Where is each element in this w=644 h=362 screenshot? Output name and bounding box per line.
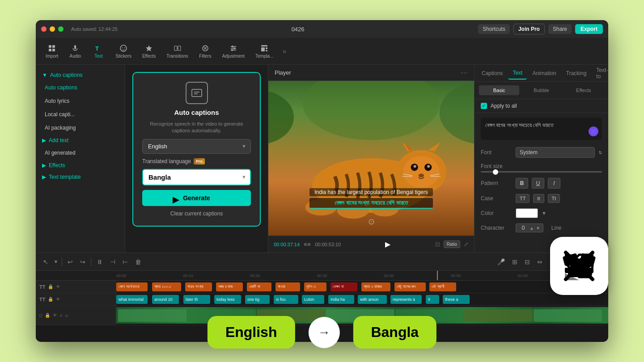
eng-clip-8[interactable]: India ha bbox=[328, 295, 354, 304]
panel-item-auto-captions[interactable]: Auto captions bbox=[38, 81, 122, 94]
zoom-out-icon[interactable]: ⊟ bbox=[523, 257, 532, 267]
trim-end-tool[interactable]: ⊢ bbox=[121, 257, 130, 267]
toolbar-filters[interactable]: Filters bbox=[195, 42, 216, 61]
eng-clip-5[interactable]: one tig bbox=[245, 295, 270, 304]
panel-item-local-capt[interactable]: Local capti... bbox=[38, 108, 122, 121]
case-title-button[interactable]: Tt bbox=[548, 194, 560, 203]
style-tab-basic[interactable]: Basic bbox=[479, 85, 519, 95]
toolbar-more-icon[interactable]: » bbox=[280, 47, 289, 55]
clip-1[interactable]: কোন অর্থে ছাড়ে bbox=[116, 282, 148, 291]
export-button[interactable]: Export bbox=[575, 24, 603, 34]
target-language-select[interactable]: Bangla Hindi Spanish bbox=[142, 169, 251, 185]
visibility-icon[interactable]: 👁 bbox=[56, 284, 60, 289]
zoom-in-icon[interactable]: ⊞ bbox=[510, 257, 519, 267]
eng-clip-1[interactable]: what immortal bbox=[116, 295, 148, 304]
toolbar-stickers[interactable]: Stickers bbox=[111, 42, 136, 61]
apply-all-checkbox[interactable]: ✓ bbox=[481, 103, 487, 109]
redo-button[interactable]: ↪ bbox=[78, 257, 87, 267]
join-pro-button[interactable]: Join Pro bbox=[513, 24, 545, 34]
panel-item-ai-generated[interactable]: AI generated bbox=[38, 147, 122, 159]
tab-text[interactable]: Text bbox=[508, 67, 527, 80]
trim-start-tool[interactable]: ⊣ bbox=[108, 257, 117, 267]
clear-captions-button[interactable]: Clear current captions bbox=[170, 210, 223, 217]
eng-clip-2[interactable]: around 10 bbox=[152, 295, 179, 304]
font-size-slider[interactable] bbox=[481, 171, 602, 173]
tab-captions[interactable]: Captions bbox=[477, 67, 507, 79]
center-control-icon[interactable]: ⊙ bbox=[368, 217, 375, 227]
eng-clip-10[interactable]: represents a bbox=[390, 295, 422, 304]
close-button[interactable] bbox=[41, 26, 47, 32]
underline-button[interactable]: U bbox=[532, 178, 544, 189]
font-select[interactable]: System Arial Helvetica bbox=[516, 147, 595, 158]
share-button[interactable]: Share bbox=[548, 24, 572, 34]
audio-icon[interactable]: ♪ bbox=[60, 313, 62, 318]
shortcuts-button[interactable]: Shortcuts bbox=[478, 24, 510, 34]
color-swatch[interactable] bbox=[516, 208, 538, 218]
toolbar-text[interactable]: T Text bbox=[88, 42, 109, 61]
clip-3[interactable]: পরের সংখ্যা bbox=[185, 282, 212, 291]
mic-icon[interactable]: 🎤 bbox=[496, 257, 507, 267]
clip-10[interactable]: মেটু বাঘের জন bbox=[394, 282, 426, 291]
lock-video-icon[interactable]: 🔒 bbox=[45, 313, 50, 318]
toolbar-templates[interactable]: Templa... bbox=[251, 42, 278, 61]
case-lower-button[interactable]: tt bbox=[533, 194, 544, 203]
clip-2[interactable]: প্রায় ১০০.০ bbox=[152, 282, 181, 291]
fullscreen-icon[interactable]: ⤢ bbox=[464, 241, 469, 248]
ratio-button[interactable]: Ratio bbox=[444, 240, 460, 248]
eng-clip-4[interactable]: today less bbox=[214, 295, 241, 304]
italic-button[interactable]: I bbox=[548, 178, 560, 189]
clip-8[interactable]: বেঙ্গল বা bbox=[330, 282, 357, 291]
toolbar-effects[interactable]: Effects bbox=[138, 42, 160, 61]
language-select[interactable]: English Chinese Spanish bbox=[142, 139, 251, 154]
toolbar-audio[interactable]: Audio bbox=[64, 42, 86, 61]
tab-tracking[interactable]: Tracking bbox=[562, 67, 591, 79]
split-tool[interactable]: ⏸ bbox=[95, 257, 105, 267]
clip-11[interactable]: এই প্রাণী bbox=[429, 282, 456, 291]
fit-view-icon[interactable]: ⇔ bbox=[535, 257, 544, 267]
clip-7[interactable]: লুটন ৩ bbox=[304, 282, 326, 291]
generate-button[interactable]: ▶ Generate bbox=[142, 190, 251, 206]
char-down-icon[interactable]: ▼ bbox=[536, 226, 540, 231]
panel-item-ai-packaging[interactable]: AI packaging bbox=[38, 122, 122, 134]
section-add-text[interactable]: ▶ Add text bbox=[36, 135, 125, 146]
style-tab-bubble[interactable]: Bubble bbox=[521, 85, 561, 95]
play-button[interactable]: ▶ bbox=[345, 240, 430, 248]
eng-clip-3[interactable]: later th bbox=[183, 295, 210, 304]
visibility-video-icon[interactable]: 👁 bbox=[53, 313, 57, 318]
minimize-button[interactable] bbox=[50, 26, 55, 32]
playhead[interactable] bbox=[437, 271, 438, 280]
clip-5[interactable]: একটি বা bbox=[247, 282, 271, 291]
tab-text-to[interactable]: Text-to bbox=[592, 65, 608, 82]
toolbar-transitions[interactable]: Transitions bbox=[162, 42, 193, 61]
section-auto-captions[interactable]: ▼ Auto captions bbox=[36, 69, 125, 81]
lock-icon[interactable]: 🔒 bbox=[48, 284, 53, 289]
toolbar-import[interactable]: Import bbox=[41, 42, 63, 61]
panel-item-auto-lyrics[interactable]: Auto lyrics bbox=[38, 95, 122, 107]
eng-clip-6[interactable]: is fou bbox=[274, 295, 298, 304]
clip-9[interactable]: প্রায় ৩ হাজার bbox=[361, 282, 390, 291]
eng-clip-12[interactable]: these a bbox=[443, 295, 470, 304]
clip-4[interactable]: আজ ৪ হাজ bbox=[216, 282, 243, 291]
color-arrow-icon[interactable]: ▼ bbox=[542, 210, 547, 216]
cursor-tool[interactable]: ↖ bbox=[41, 257, 50, 267]
section-text-template[interactable]: ▶ Text template bbox=[36, 171, 125, 183]
ai-enhance-icon[interactable] bbox=[589, 126, 598, 136]
tab-animation[interactable]: Animation bbox=[528, 67, 560, 79]
maximize-button[interactable] bbox=[58, 26, 64, 32]
delete-tool[interactable]: 🗑 bbox=[133, 257, 143, 267]
char-up-icon[interactable]: ▲ bbox=[530, 226, 534, 231]
toolbar-adjustment[interactable]: Adjustment bbox=[218, 42, 249, 61]
case-upper-button[interactable]: TT bbox=[516, 194, 530, 203]
lock-icon-eng[interactable]: 🔒 bbox=[48, 297, 53, 302]
eng-clip-7[interactable]: Luton bbox=[302, 295, 324, 304]
undo-button[interactable]: ↩ bbox=[66, 257, 75, 267]
eng-clip-9[interactable]: with aroun bbox=[358, 295, 387, 304]
cursor-dropdown[interactable]: ▼ bbox=[54, 259, 58, 264]
bold-button[interactable]: B bbox=[516, 178, 528, 189]
screenshot-icon[interactable]: ⊡ bbox=[435, 241, 440, 248]
eng-clip-11[interactable]: II bbox=[426, 295, 439, 304]
visibility-icon-eng[interactable]: 👁 bbox=[56, 297, 60, 302]
section-effects[interactable]: ▶ Effects bbox=[36, 160, 125, 171]
player-menu-icon[interactable]: ⋯ bbox=[461, 68, 468, 77]
style-tab-effects[interactable]: Effects bbox=[564, 85, 604, 95]
